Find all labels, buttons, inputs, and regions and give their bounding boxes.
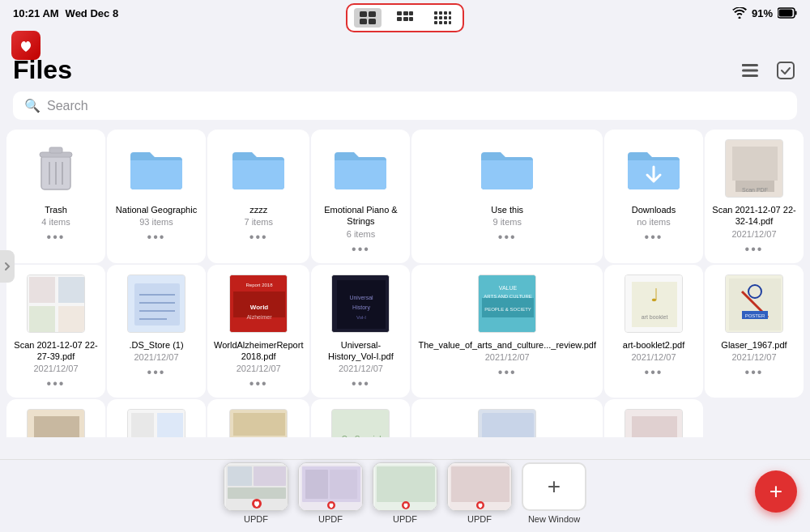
sidebar-expand-arrow[interactable] — [0, 250, 15, 283]
pdf-thumbnail: ♩ art booklet — [621, 275, 686, 333]
view-medium-btn[interactable] — [391, 8, 419, 28]
file-item-zzzz[interactable]: zzzz 7 items ••• — [207, 130, 309, 263]
file-item-row3-5[interactable]: document — [411, 399, 603, 437]
dock-label: UPDF — [244, 514, 268, 524]
dock-item-updf-2[interactable]: UPDF — [298, 462, 363, 524]
file-item-scan1[interactable]: Scan PDF Scan 2021-12-07 22-32-14.pdf 20… — [705, 130, 804, 263]
fab-add-button[interactable]: + — [755, 470, 797, 513]
svg-rect-20 — [449, 16, 451, 19]
file-more-dots[interactable]: ••• — [249, 377, 268, 391]
svg-rect-98 — [228, 487, 286, 499]
svg-rect-17 — [434, 16, 437, 19]
file-meta: 4 items — [41, 217, 70, 227]
file-item-row3-6[interactable]: Crime — [604, 399, 703, 437]
view-toggle[interactable] — [346, 3, 464, 32]
file-meta: 2021/12/07 — [631, 352, 676, 362]
file-name: National Geographic — [116, 204, 197, 215]
view-small-btn[interactable] — [428, 8, 456, 28]
file-item-use-this[interactable]: Use this 9 items ••• — [411, 130, 603, 263]
search-bar[interactable]: 🔍 Search — [13, 92, 797, 120]
view-large-btn[interactable] — [354, 8, 382, 28]
file-more-dots[interactable]: ••• — [147, 230, 166, 245]
dock-item-updf-1[interactable]: UPDF — [224, 462, 288, 524]
svg-rect-44 — [58, 306, 84, 332]
file-name: The_value_of_arts_and_culture..._review.… — [418, 339, 596, 351]
dock-app-preview-4 — [447, 462, 512, 511]
dock-item-updf-3[interactable]: UPDF — [373, 462, 437, 524]
battery-percent: 91% — [752, 7, 773, 19]
file-item-row3-2[interactable] — [107, 399, 206, 437]
svg-rect-12 — [409, 17, 413, 21]
file-item-row3-3[interactable] — [207, 399, 309, 437]
file-more-dots[interactable]: ••• — [498, 230, 517, 245]
svg-rect-11 — [403, 17, 408, 21]
dock-label: New Window — [528, 514, 580, 524]
file-meta: 2021/12/07 — [339, 364, 383, 373]
file-more-dots[interactable]: ••• — [47, 230, 66, 245]
search-placeholder: Search — [47, 99, 88, 113]
pdf-thumbnail — [226, 409, 291, 437]
dock-item-updf-4[interactable]: UPDF — [447, 462, 512, 524]
folder-thumbnail — [226, 139, 291, 198]
search-icon: 🔍 — [24, 98, 40, 113]
svg-rect-16 — [449, 11, 451, 15]
file-item-ds-store[interactable]: .DS_Store (1) 2021/12/07 ••• — [107, 265, 206, 398]
file-item-alzheimer[interactable]: World Alzheimer Report 2018 WorldAlzheim… — [207, 265, 309, 398]
file-more-dots[interactable]: ••• — [147, 365, 166, 380]
svg-rect-15 — [444, 11, 447, 15]
file-item-universal-history[interactable]: Universal History Vol-I Universal-Histor… — [311, 265, 410, 398]
file-item-emotional-piano[interactable]: Emotional Piano & Strings 6 items ••• — [311, 130, 410, 263]
svg-rect-9 — [409, 11, 413, 15]
svg-rect-26 — [742, 69, 758, 71]
file-item-downloads[interactable]: Downloads no items ••• — [604, 130, 703, 263]
svg-rect-96 — [228, 466, 252, 486]
file-more-dots[interactable]: ••• — [352, 377, 370, 391]
file-more-dots[interactable]: ••• — [645, 230, 663, 245]
file-name: Universal-History_Vol-I.pdf — [318, 339, 403, 363]
files-grid: Trash 4 items ••• National Geographic 93… — [0, 130, 810, 437]
file-more-dots[interactable]: ••• — [745, 365, 764, 380]
svg-rect-24 — [449, 21, 451, 24]
svg-rect-83 — [233, 413, 285, 436]
file-item-art-booklet[interactable]: ♩ art booklet art-booklet2.pdf 2021/12/0… — [604, 265, 703, 398]
file-more-dots[interactable]: ••• — [645, 365, 663, 380]
file-name: Scan 2021-12-07 22-32-14.pdf — [711, 204, 797, 228]
select-mode-icon[interactable] — [774, 59, 797, 82]
svg-rect-18 — [439, 16, 442, 19]
svg-rect-81 — [157, 413, 183, 437]
file-name: Scan 2021-12-07 22-27-39.pdf — [13, 339, 99, 363]
folder-thumbnail — [328, 139, 393, 198]
file-meta: 2021/12/07 — [237, 364, 281, 373]
svg-rect-23 — [444, 21, 447, 24]
app-icon[interactable] — [11, 31, 40, 60]
file-name: WorldAlzheimerReport 2018.pdf — [214, 339, 303, 363]
svg-rect-43 — [29, 306, 55, 332]
file-item-row3-4[interactable]: On Special In Art — [311, 399, 410, 437]
file-item-glaser[interactable]: POSTER Glaser_1967.pdf 2021/12/07 ••• — [705, 265, 804, 398]
file-meta: 2021/12/07 — [33, 364, 78, 373]
file-more-dots[interactable]: ••• — [745, 242, 764, 257]
file-more-dots[interactable]: ••• — [498, 365, 517, 380]
file-item-national-geographic[interactable]: National Geographic 93 items ••• — [107, 130, 206, 263]
pdf-thumbnail — [23, 275, 88, 333]
file-meta: 7 items — [244, 217, 272, 227]
file-item-row3-1[interactable] — [6, 399, 105, 437]
file-item-scan2[interactable]: Scan 2021-12-07 22-27-39.pdf 2021/12/07 … — [6, 265, 105, 398]
list-view-icon[interactable] — [739, 59, 761, 82]
header: Files — [0, 26, 810, 92]
svg-text:VALUE: VALUE — [499, 285, 518, 291]
file-more-dots[interactable]: ••• — [352, 242, 370, 257]
svg-rect-32 — [49, 147, 62, 153]
svg-rect-8 — [403, 11, 408, 15]
dock-item-new-window[interactable]: + New Window — [522, 462, 586, 524]
file-item-trash[interactable]: Trash 4 items ••• — [6, 130, 105, 263]
file-item-arts-culture[interactable]: VALUE ARTS AND CULTURE PEOPLE & SOCIETY … — [411, 265, 603, 398]
svg-rect-28 — [742, 64, 745, 66]
svg-text:Report 2018: Report 2018 — [246, 283, 274, 287]
new-window-button[interactable]: + — [522, 462, 586, 511]
svg-rect-22 — [439, 21, 442, 24]
file-more-dots[interactable]: ••• — [249, 230, 268, 245]
folder-download-thumbnail — [621, 139, 686, 198]
file-more-dots[interactable]: ••• — [47, 377, 66, 391]
svg-text:art booklet: art booklet — [642, 314, 668, 320]
